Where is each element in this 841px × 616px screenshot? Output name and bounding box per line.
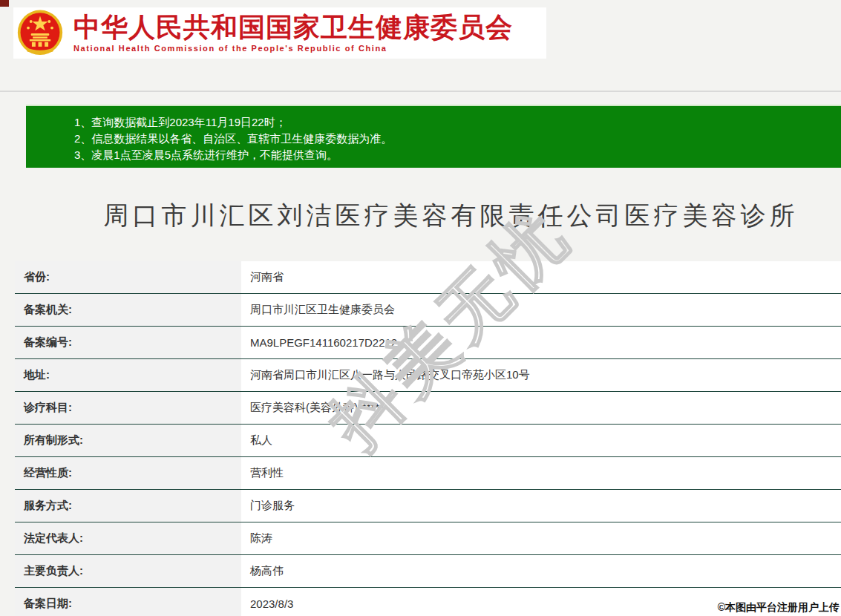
table-row-service-mode: 服务方式: 门诊服务	[15, 490, 841, 522]
table-row-filing-number: 备案编号: MA9LPEGF141160217D2212	[15, 327, 841, 359]
row-value: 河南省周口市川汇区八一路与人民路交叉口帝苑小区10号	[241, 359, 841, 391]
row-label: 法定代表人:	[15, 522, 241, 554]
row-label: 主要负责人:	[15, 555, 241, 587]
corner-artifact	[0, 0, 9, 7]
table-row-filing-authority: 备案机关: 周口市川汇区卫生健康委员会	[15, 294, 841, 327]
table-row-address: 地址: 河南省周口市川汇区八一路与人民路交叉口帝苑小区10号	[15, 359, 841, 392]
national-emblem-icon	[17, 10, 63, 57]
header-titles: 中华人民共和国国家卫生健康委员会 National Health Commiss…	[73, 13, 513, 53]
row-value: 门诊服务	[241, 490, 841, 522]
row-label: 备案机关:	[15, 294, 241, 326]
row-value: 陈涛	[241, 522, 841, 554]
site-title-chinese: 中华人民共和国国家卫生健康委员会	[73, 13, 513, 42]
clinic-name-title: 周口市川汇区刘洁医疗美容有限责任公司医疗美容诊所	[0, 199, 841, 233]
site-header: 中华人民共和国国家卫生健康委员会 National Health Commiss…	[13, 7, 546, 59]
notice-line: 1、查询数据截止到2023年11月19日22时；	[74, 114, 834, 131]
table-row-legal-representative: 法定代表人: 陈涛	[15, 522, 841, 555]
row-value: 营利性	[241, 457, 841, 489]
row-value: 杨高伟	[241, 555, 841, 587]
notice-line: 2、信息数据结果以各省、自治区、直辖市卫生健康委数据为准。	[74, 131, 834, 147]
row-label: 备案日期:	[15, 588, 241, 616]
row-value: 医疗美容科(美容外科)******	[241, 392, 841, 424]
upload-attribution-caption: ©本图由平台注册用户上传	[715, 600, 841, 616]
row-label: 所有制形式:	[15, 425, 241, 456]
row-value: MA9LPEGF141160217D2212	[241, 327, 841, 358]
table-row-medical-subjects: 诊疗科目: 医疗美容科(美容外科)******	[15, 392, 841, 425]
query-notice-banner: 1、查询数据截止到2023年11月19日22时； 2、信息数据结果以各省、自治区…	[26, 105, 841, 168]
row-label: 诊疗科目:	[15, 392, 241, 424]
table-row-province: 省份: 河南省	[15, 261, 841, 294]
row-label: 经营性质:	[15, 457, 241, 489]
row-value: 周口市川汇区卫生健康委员会	[241, 294, 841, 326]
table-row-business-nature: 经营性质: 营利性	[15, 457, 841, 490]
row-label: 省份:	[15, 261, 241, 293]
row-label: 地址:	[15, 359, 241, 391]
site-title-english: National Health Commission of the People…	[73, 44, 513, 53]
table-row-ownership-form: 所有制形式: 私人	[15, 425, 841, 457]
notice-line: 3、凌晨1点至凌晨5点系统进行维护，不能提供查询。	[74, 147, 834, 163]
registration-record-table: 省份: 河南省 备案机关: 周口市川汇区卫生健康委员会 备案编号: MA9LPE…	[15, 261, 841, 616]
row-value: 私人	[241, 425, 841, 456]
notice-list: 1、查询数据截止到2023年11月19日22时； 2、信息数据结果以各省、自治区…	[26, 106, 841, 163]
row-label: 服务方式:	[15, 490, 241, 522]
header-divider	[0, 91, 841, 92]
row-value: 河南省	[241, 261, 841, 293]
table-row-principal: 主要负责人: 杨高伟	[15, 555, 841, 588]
row-label: 备案编号:	[15, 327, 241, 358]
